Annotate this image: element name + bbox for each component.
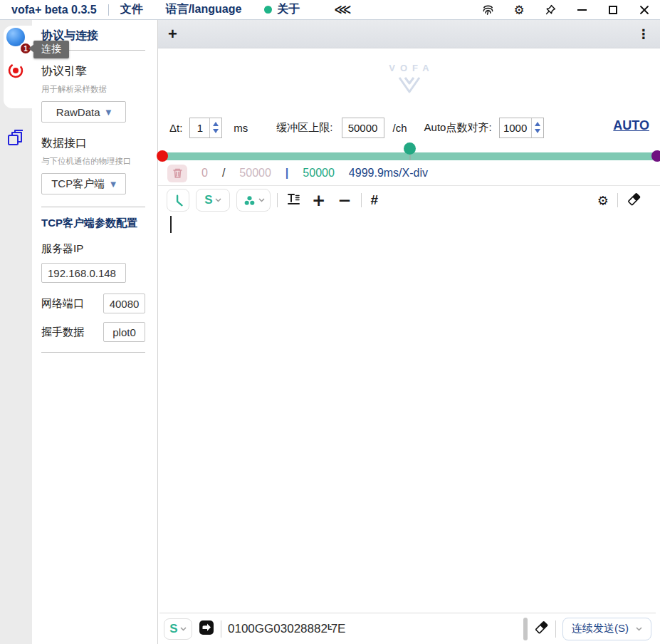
data-interface-select[interactable]: TCP客户端 ▼ (41, 173, 126, 194)
slider-marker-stem (409, 154, 411, 160)
port-field[interactable] (103, 294, 145, 313)
slider-right-handle[interactable] (651, 150, 660, 162)
dots-cluster-icon (243, 194, 256, 207)
spinner-arrows-icon[interactable] (209, 118, 221, 137)
server-ip-field[interactable] (41, 263, 126, 283)
status-dot-icon (264, 6, 272, 14)
spinner-arrows-icon[interactable] (531, 118, 543, 137)
dt-spinbox[interactable] (189, 118, 222, 138)
buffer-limit-input[interactable] (342, 122, 384, 134)
collapse-sidebar-icon[interactable]: ⋘ (334, 2, 350, 17)
chevron-down-icon (258, 198, 265, 202)
clear-command-eraser-icon[interactable] (534, 620, 549, 638)
dt-input[interactable] (190, 118, 209, 137)
minimize-button[interactable] (566, 1, 597, 19)
vofa-logo-icon (397, 76, 422, 94)
record-icon[interactable] (6, 61, 26, 80)
series-style-button[interactable]: S (196, 189, 230, 212)
config-panel: 协议与连接 协议引擎 用于解析采样数据 RawData ▼ 数据接口 与下位机通… (32, 20, 158, 644)
toolbar-separator (277, 193, 278, 207)
protocol-engine-title: 协议引擎 (41, 64, 145, 79)
align-spinbox[interactable] (499, 118, 544, 138)
plot-content: VOFA Δt: ms 缓冲区上限: (158, 48, 660, 644)
vofa-window: vofa+ beta 0.3.5 文件 语言/language 关于 ⋘ ⚙ (0, 0, 660, 644)
send-s-label: S (169, 622, 177, 636)
color-palette-button[interactable] (236, 189, 271, 212)
continuous-send-button[interactable]: 连续发送(S) (562, 618, 651, 640)
align-input[interactable] (500, 118, 531, 137)
log-area[interactable] (158, 214, 660, 613)
dropdown-arrow-icon: ▼ (110, 180, 116, 188)
handshake-label: 握手数据 (41, 326, 84, 339)
protocol-engine-value: RawData (56, 106, 100, 118)
plot-toolbar: S (158, 187, 660, 214)
buffer-status-row: 0 / 50000 | 50000 4999.9ms/X-div (158, 162, 660, 184)
slider-position-marker[interactable] (404, 142, 416, 155)
zoom-out-button[interactable]: − (335, 192, 354, 209)
maximize-button[interactable] (597, 1, 629, 19)
plot-settings-gear-icon[interactable]: ⚙ (597, 193, 609, 208)
windows-layers-icon[interactable] (6, 128, 25, 148)
tab-bar: + ⋮ (158, 20, 660, 48)
pin-icon[interactable] (535, 1, 566, 19)
handshake-field[interactable] (103, 322, 145, 342)
watermark-brand: VOFA (389, 63, 434, 73)
menu-about[interactable]: 关于 (264, 2, 300, 17)
tcp-config-title: TCP客户端参数配置 (41, 217, 145, 230)
clear-buffer-button[interactable] (167, 165, 187, 182)
text-caret (170, 216, 172, 233)
data-interface-desc: 与下位机通信的物理接口 (41, 156, 145, 167)
server-ip-label: 服务器IP (41, 242, 145, 256)
buffer-unit: /ch (393, 122, 407, 134)
buffer-pipe: | (286, 167, 288, 180)
toolbar-separator (617, 193, 618, 207)
send-format-button[interactable]: S (164, 618, 192, 640)
app-body: 连接 1 (0, 20, 660, 644)
port-label: 网络端口 (41, 297, 84, 311)
buffer-limit-box[interactable] (342, 118, 384, 138)
tab-overflow-menu-icon[interactable]: ⋮ (637, 26, 650, 41)
main-area: + ⋮ VOFA Δt: ms (158, 20, 660, 644)
toolbar-separator (361, 193, 362, 207)
menu-file[interactable]: 文件 (120, 2, 143, 17)
sendbar-separator (555, 620, 556, 638)
buffer-slash: / (222, 167, 225, 180)
command-input[interactable]: 0100GG03028882Ŀ7E (228, 622, 517, 636)
zoom-in-button[interactable]: + (309, 192, 328, 209)
sidebar-rail: 1 (0, 20, 32, 644)
settings-gear-icon[interactable]: ⚙ (503, 1, 535, 19)
buffer-used-value: 0 (201, 167, 208, 180)
data-interface-title: 数据接口 (41, 136, 145, 151)
slider-left-handle[interactable] (157, 150, 168, 162)
protocol-engine-select[interactable]: RawData ▼ (41, 101, 126, 123)
panel-divider (41, 207, 145, 207)
fingerprint-icon[interactable] (472, 1, 503, 19)
chevron-down-icon (180, 627, 187, 631)
toolbar-right-group: ⚙ (597, 192, 651, 209)
menu-list-icon[interactable] (8, 96, 24, 109)
text-format-button[interactable] (284, 192, 303, 209)
send-button[interactable] (199, 620, 214, 638)
sendbar-separator (221, 620, 221, 638)
buffer-limit-label: 缓冲区上限: (276, 121, 332, 135)
close-button[interactable] (629, 1, 660, 19)
protocol-engine-desc: 用于解析采样数据 (41, 84, 145, 95)
data-interface-value: TCP客户端 (51, 177, 105, 191)
send-bar: S 0100GG03028882Ŀ7E (159, 613, 656, 644)
auto-align-label: Auto点数对齐: (424, 121, 492, 135)
dt-label: Δt: (169, 122, 182, 134)
eraser-icon[interactable] (627, 192, 641, 209)
auto-scale-link[interactable]: AUTO (613, 118, 649, 133)
menu-language[interactable]: 语言/language (166, 2, 242, 17)
sampling-controls: Δt: ms 缓冲区上限: /ch Auto点数对齐: (158, 114, 660, 141)
continuous-send-label: 连续发送(S) (572, 622, 629, 635)
sampling-clock-button[interactable] (167, 189, 189, 212)
grid-hash-button[interactable]: # (368, 192, 382, 208)
add-tab-button[interactable]: + (168, 26, 177, 42)
menu-about-label: 关于 (277, 2, 300, 17)
command-tail: 7E (331, 622, 346, 635)
send-history-scrollbar[interactable] (523, 618, 528, 640)
titlebar-divider (108, 4, 109, 16)
xdiv-scale-value: 4999.9ms/X-div (349, 167, 428, 180)
buffer-capacity-value: 50000 (239, 167, 271, 180)
